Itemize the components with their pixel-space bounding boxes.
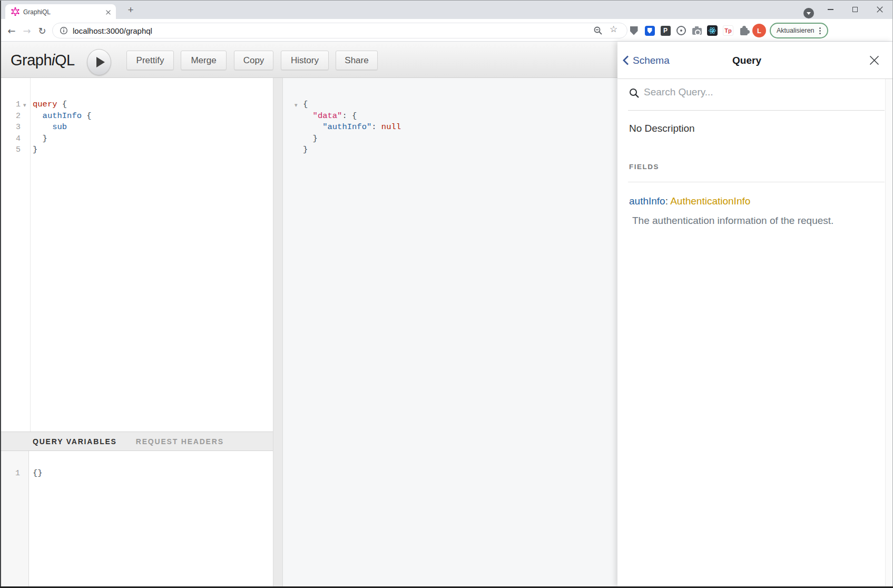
doc-fields-heading: FIELDS <box>629 163 659 171</box>
fold-arrow-icon[interactable]: ▾ <box>295 102 298 108</box>
doc-explorer-panel: Schema Query No Description FIELDS authI… <box>617 42 893 586</box>
back-button[interactable]: ← <box>5 24 18 37</box>
doc-field-row: authInfo: AuthenticationInfo <box>629 195 750 207</box>
tab-strip: GraphiQL + <box>0 1 893 19</box>
variables-code[interactable]: {} <box>33 468 43 479</box>
window-maximize-button[interactable] <box>847 3 863 16</box>
p-extension-icon[interactable]: P <box>659 24 672 37</box>
result-code: { "data": { "authInfo": null }} <box>303 99 401 156</box>
line-number: 5 <box>1 144 30 156</box>
browser-update-menu-button[interactable]: Aktualisieren <box>770 23 828 38</box>
line-number: 1 <box>1 468 28 479</box>
play-icon <box>96 57 105 67</box>
query-editor-gutter: 12345 <box>1 78 31 432</box>
doc-search-input[interactable] <box>644 86 844 98</box>
extensions-puzzle-icon[interactable] <box>738 24 750 37</box>
fields-divider <box>628 182 885 182</box>
variables-editor-gutter: 1 <box>1 451 29 586</box>
update-label: Aktualisieren <box>777 27 815 34</box>
window-minimize-button[interactable] <box>822 3 839 16</box>
shield-icon <box>630 26 638 35</box>
doc-explorer-title-bar: Schema Query <box>617 42 893 79</box>
code-line[interactable]: query { <box>33 99 92 111</box>
chevron-down-icon <box>807 12 811 15</box>
shield-icon <box>645 26 655 36</box>
react-devtools-icon[interactable] <box>706 24 719 37</box>
maximize-icon <box>852 7 858 12</box>
bitwarden-icon[interactable] <box>643 24 656 37</box>
browser-window: GraphiQL + ← → ↻ localhost:3000/graphql … <box>0 0 893 588</box>
tab-close-icon[interactable] <box>104 8 112 16</box>
graphiql-logo: GraphiQL <box>11 52 75 69</box>
zoom-icon[interactable] <box>593 26 603 35</box>
close-icon <box>869 55 879 65</box>
history-button[interactable]: History <box>281 51 329 70</box>
share-button[interactable]: Share <box>336 51 378 70</box>
window-left-edge <box>0 1 1 586</box>
capture-target-icon[interactable] <box>675 24 688 37</box>
fold-arrow-icon[interactable]: ▾ <box>23 102 26 108</box>
search-icon <box>629 88 640 99</box>
url-text: localhost:3000/graphql <box>73 26 152 35</box>
tampermonkey-icon[interactable]: Tp <box>722 24 734 37</box>
puzzle-icon <box>740 28 748 35</box>
window-close-button[interactable] <box>871 3 888 16</box>
doc-search-row <box>617 79 893 111</box>
new-tab-button[interactable]: + <box>124 4 137 16</box>
atom-icon <box>707 25 718 36</box>
line-number: 3 <box>1 122 30 133</box>
copy-button[interactable]: Copy <box>234 51 273 70</box>
code-line[interactable]: "authInfo": null <box>303 122 401 133</box>
code-line[interactable]: } <box>33 144 92 156</box>
bookmark-star-icon[interactable]: ☆ <box>610 24 617 34</box>
tab-title: GraphiQL <box>23 8 51 16</box>
close-icon <box>877 6 883 13</box>
minimize-icon <box>828 9 833 10</box>
tab-search-icon[interactable] <box>803 8 814 18</box>
page-info-icon[interactable] <box>60 26 68 35</box>
search-underline <box>628 110 885 111</box>
code-line[interactable]: } <box>303 144 401 156</box>
prettify-button[interactable]: Prettify <box>126 51 174 70</box>
line-number: 2 <box>1 111 30 122</box>
tab-query-variables[interactable]: QUERY VARIABLES <box>33 437 117 446</box>
tab-request-headers[interactable]: REQUEST HEADERS <box>136 437 224 446</box>
code-line[interactable]: } <box>303 133 401 145</box>
doc-no-description: No Description <box>629 123 695 134</box>
camera-icon[interactable] <box>691 24 703 37</box>
query-code[interactable]: query { authInfo { sub }} <box>33 99 92 156</box>
doc-close-button[interactable] <box>869 55 879 65</box>
browser-tab[interactable]: GraphiQL <box>5 4 116 19</box>
merge-button[interactable]: Merge <box>181 51 227 70</box>
code-line[interactable]: } <box>33 133 92 145</box>
field-name-link[interactable]: authInfo <box>629 195 665 207</box>
graphql-favicon <box>11 7 19 16</box>
reload-button[interactable]: ↻ <box>35 24 49 37</box>
code-line[interactable]: {} <box>33 468 43 479</box>
code-line[interactable]: authInfo { <box>33 111 92 122</box>
doc-title: Query <box>617 42 876 79</box>
forward-button[interactable]: → <box>20 24 34 37</box>
code-line[interactable]: { <box>303 99 401 111</box>
field-type-link[interactable]: AuthenticationInfo <box>670 195 750 207</box>
ublock-icon[interactable] <box>627 24 640 37</box>
address-bar[interactable]: localhost:3000/graphql <box>52 23 627 38</box>
line-number: 4 <box>1 133 30 145</box>
kebab-menu-icon <box>819 27 821 34</box>
code-line[interactable]: sub <box>33 122 92 133</box>
profile-avatar[interactable]: L <box>752 24 766 37</box>
execute-query-button[interactable] <box>87 49 111 75</box>
secondary-editor-tabs: QUERY VARIABLES REQUEST HEADERS <box>1 432 273 451</box>
code-line[interactable]: "data": { <box>303 111 401 122</box>
target-icon <box>676 26 686 35</box>
doc-scrollbar-track[interactable] <box>885 79 893 586</box>
field-description: The authentication information of the re… <box>632 215 833 227</box>
pane-resize-divider[interactable] <box>273 78 283 586</box>
